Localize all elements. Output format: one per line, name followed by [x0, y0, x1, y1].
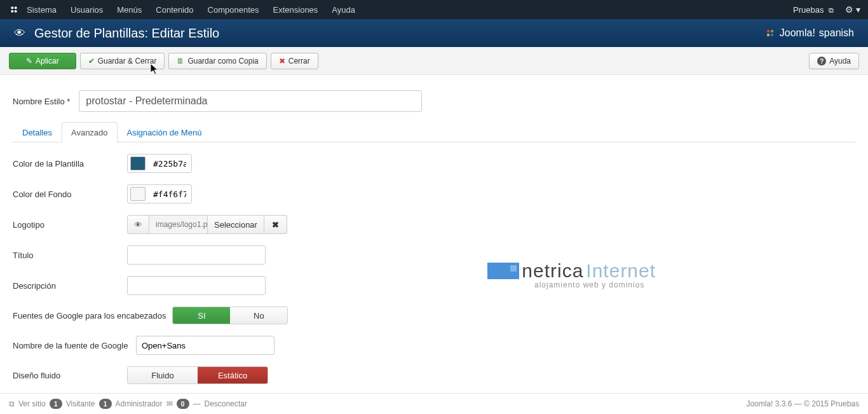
save-copy-button[interactable]: 🗎Guardar como Copia — [168, 53, 266, 69]
svg-point-5 — [771, 30, 774, 33]
watermark-square-icon — [487, 263, 519, 279]
top-nav: Sistema Usuarios Menús Contenido Compone… — [0, 0, 868, 19]
status-bar: ⧉ Ver sitio 1 Visitante 1 Administrador … — [0, 393, 868, 402]
template-color-picker[interactable] — [127, 154, 192, 173]
content: Nombre Estilo * Detalles Avanzado Asigna… — [0, 75, 868, 402]
gfonts-no[interactable]: No — [230, 307, 287, 324]
style-name-label: Nombre Estilo * — [13, 97, 70, 106]
save-close-button[interactable]: ✔Guardar & Cerrar — [80, 53, 165, 69]
gfonts-toggle[interactable]: Sí No — [172, 307, 288, 324]
bg-color-picker[interactable] — [127, 184, 192, 204]
template-color-swatch — [130, 156, 146, 170]
bg-color-input[interactable] — [148, 185, 191, 203]
gfonts-label: Fuentes de Google para los encabezados — [13, 311, 166, 321]
logo-select-button[interactable]: Seleccionar — [208, 215, 264, 234]
toolbar: ✎Aplicar ✔Guardar & Cerrar 🗎Guardar como… — [0, 47, 868, 75]
description-label: Descripción — [13, 281, 127, 291]
logo-media-select: 👁 images/logo1.pn Seleccionar ✖ — [127, 215, 287, 234]
joomla-icon — [8, 3, 20, 16]
logo-clear-button[interactable]: ✖ — [264, 215, 287, 234]
external-icon: ⧉ — [829, 6, 834, 14]
svg-point-3 — [15, 10, 17, 13]
fluid-label: Diseño fluido — [13, 371, 127, 380]
dash-icon: — — [193, 399, 201, 402]
apply-icon: ✎ — [26, 57, 32, 66]
logo-path: images/logo1.pn — [149, 215, 208, 234]
logout-link[interactable]: Desconectar — [205, 399, 247, 402]
style-name-row: Nombre Estilo * — [13, 90, 855, 112]
menu-componentes[interactable]: Componentes — [208, 5, 259, 15]
gear-icon[interactable]: ⚙ ▾ — [845, 4, 860, 15]
title-input[interactable] — [127, 245, 266, 265]
description-input[interactable] — [127, 276, 266, 295]
svg-point-2 — [11, 10, 13, 13]
svg-point-1 — [15, 6, 17, 9]
msg-count-badge: 0 — [177, 399, 189, 402]
brand-product: Joomla! — [780, 27, 815, 39]
close-icon: ✖ — [279, 57, 285, 66]
help-button[interactable]: ?Ayuda — [809, 53, 859, 69]
tab-avanzado[interactable]: Avanzado — [62, 122, 118, 142]
menu-ayuda[interactable]: Ayuda — [332, 5, 355, 15]
check-icon: ✔ — [88, 57, 95, 66]
visitor-count-badge: 1 — [50, 399, 62, 402]
gfont-name-label: Nombre de la fuente de Google — [13, 341, 130, 350]
site-link[interactable]: Pruebas ⧉ — [793, 5, 834, 15]
brand-logo: Joomla!spanish — [764, 27, 854, 39]
svg-point-4 — [767, 30, 770, 33]
apply-button[interactable]: ✎Aplicar — [9, 53, 76, 69]
visitor-label: Visitante — [66, 399, 95, 402]
fluid-option-fluid[interactable]: Fluido — [128, 367, 198, 383]
menu-extensiones[interactable]: Extensiones — [273, 5, 318, 15]
gfont-name-input[interactable] — [136, 336, 275, 355]
admin-count-badge: 1 — [99, 399, 112, 402]
top-menu: Sistema Usuarios Menús Contenido Compone… — [27, 5, 793, 15]
help-icon: ? — [817, 57, 826, 66]
mail-icon: ✉ — [166, 399, 173, 402]
page-title: Gestor de Plantillas: Editar Estilo — [34, 26, 764, 41]
watermark-logo: netricaInternet alojamiento web y domini… — [487, 260, 656, 289]
status-external-icon: ⧉ — [9, 399, 15, 402]
gfonts-yes[interactable]: Sí — [173, 307, 230, 324]
menu-sistema[interactable]: Sistema — [27, 5, 57, 15]
logo-preview-icon[interactable]: 👁 — [127, 215, 149, 234]
watermark-text1: netrica — [522, 260, 583, 282]
template-color-input[interactable] — [148, 155, 191, 172]
tab-asignacion[interactable]: Asignación de Menú — [118, 122, 212, 142]
fluid-toggle[interactable]: Fluido Estático — [127, 366, 268, 384]
template-color-label: Color de la Plantilla — [13, 159, 127, 169]
view-site-link[interactable]: Ver sitio — [18, 399, 46, 402]
admin-label: Administrador — [116, 399, 163, 402]
title-label: Título — [13, 251, 127, 260]
logo-label: Logotipo — [13, 220, 127, 230]
watermark-sub: alojamiento web y dominios — [523, 280, 656, 289]
form-panel: Color de la Plantilla Color del Fondo Lo… — [13, 154, 288, 396]
menu-menus[interactable]: Menús — [117, 5, 142, 15]
close-button[interactable]: ✖Cerrar — [271, 53, 318, 69]
svg-point-6 — [767, 34, 770, 37]
svg-point-0 — [11, 6, 13, 9]
svg-point-7 — [771, 34, 774, 37]
tabs: Detalles Avanzado Asignación de Menú — [13, 122, 855, 142]
bg-color-swatch — [130, 187, 146, 201]
style-name-input[interactable] — [79, 90, 422, 112]
eye-icon: 👁 — [14, 27, 25, 40]
version-text: Joomla! 3.3.6 — © 2015 Pruebas — [746, 399, 859, 402]
page-header: 👁 Gestor de Plantillas: Editar Estilo Jo… — [0, 19, 868, 47]
bg-color-label: Color del Fondo — [13, 190, 127, 199]
tab-detalles[interactable]: Detalles — [13, 122, 62, 142]
watermark-text2: Internet — [586, 260, 656, 282]
brand-suffix: spanish — [819, 27, 854, 39]
menu-contenido[interactable]: Contenido — [156, 5, 193, 15]
copy-icon: 🗎 — [177, 57, 184, 66]
fluid-option-static[interactable]: Estático — [198, 367, 268, 383]
menu-usuarios[interactable]: Usuarios — [71, 5, 103, 15]
